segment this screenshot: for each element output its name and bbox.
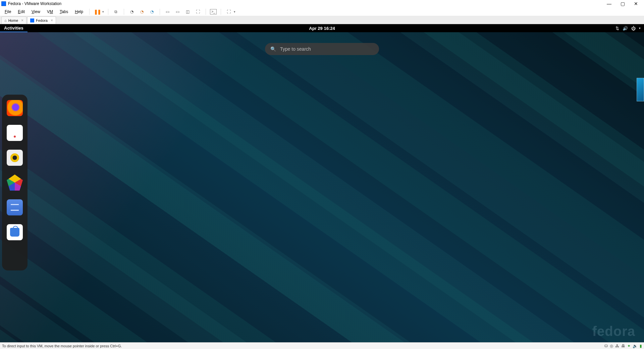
snapshot-button[interactable]: ◔ xyxy=(128,8,136,15)
power-dropdown-icon[interactable]: ▾ xyxy=(102,10,104,13)
view-fullscreen-exit-button[interactable]: ⛶ xyxy=(194,8,202,15)
stretch-button[interactable]: ⛶ xyxy=(225,8,232,15)
pause-vm-button[interactable]: ❚❚ xyxy=(94,8,101,15)
menu-vm[interactable]: VM xyxy=(45,9,55,15)
separator xyxy=(89,9,90,15)
tab-fedora-close[interactable]: × xyxy=(51,18,53,23)
maximize-button[interactable]: ▢ xyxy=(616,1,629,6)
usb-icon[interactable]: ✦ xyxy=(627,344,631,348)
hdd-icon[interactable]: ⛁ xyxy=(604,344,608,348)
window-titlebar: Fedora - VMware Workstation — ▢ ✕ xyxy=(0,0,644,7)
system-status-area[interactable]: ⇅ 🔊 ⏻ ▾ xyxy=(615,26,644,31)
desktop-wallpaper: fedora xyxy=(0,32,644,342)
dash-software[interactable] xyxy=(7,224,23,240)
chevron-down-icon[interactable]: ▾ xyxy=(639,27,641,30)
dash-rhythmbox[interactable] xyxy=(7,150,23,166)
separator xyxy=(160,9,160,15)
menu-file[interactable]: File xyxy=(3,9,13,15)
minimize-button[interactable]: — xyxy=(602,1,616,6)
search-icon: 🔍 xyxy=(270,46,276,52)
separator xyxy=(108,9,108,15)
status-message: To direct input to this VM, move the mou… xyxy=(2,344,604,348)
dash-files[interactable] xyxy=(7,199,23,215)
activities-button[interactable]: Activities xyxy=(0,24,28,32)
tab-fedora[interactable]: Fedora × xyxy=(27,16,56,24)
display-icon[interactable]: ▮ xyxy=(640,344,642,348)
dash-firefox[interactable] xyxy=(7,100,23,116)
separator xyxy=(221,9,221,15)
vmware-status-bar: To direct input to this VM, move the mou… xyxy=(0,342,644,349)
view-unity-button[interactable]: ◫ xyxy=(184,8,192,15)
console-button[interactable]: >_ xyxy=(210,9,217,14)
window-title: Fedora - VMware Workstation xyxy=(8,1,602,6)
vm-display[interactable]: Activities Apr 29 16:24 ⇅ 🔊 ⏻ ▾ fedora 🔍… xyxy=(0,24,644,342)
menu-tabs[interactable]: Tabs xyxy=(58,9,70,15)
dash-calendar[interactable] xyxy=(7,125,23,141)
menu-view[interactable]: View xyxy=(30,9,42,15)
tab-strip: ⌂ Home × Fedora × xyxy=(0,16,644,24)
device-status-icons: ⛁ ◎ 🖧 🖶 ✦ 🔉 ▮ xyxy=(604,344,642,348)
tab-home[interactable]: ⌂ Home × xyxy=(1,16,26,24)
activities-search[interactable]: 🔍 Type to search xyxy=(265,43,379,55)
vmware-icon xyxy=(1,1,6,6)
tab-fedora-label: Fedora xyxy=(36,18,48,22)
stretch-dropdown-icon[interactable]: ▾ xyxy=(234,10,235,13)
revert-snapshot-button[interactable]: ◔ xyxy=(138,8,146,15)
dash-show-apps[interactable] xyxy=(7,249,23,265)
manage-snapshots-button[interactable]: ◔ xyxy=(148,8,156,15)
view-single-button[interactable]: ▭ xyxy=(164,8,171,15)
activities-overlay xyxy=(0,32,644,342)
separator xyxy=(124,9,124,15)
view-tiled-button[interactable]: ▭ xyxy=(174,8,181,15)
home-icon: ⌂ xyxy=(4,18,7,22)
dash-darktable[interactable] xyxy=(7,174,23,191)
tab-home-close[interactable]: × xyxy=(21,18,23,23)
search-placeholder: Type to search xyxy=(280,46,311,52)
nic-icon[interactable]: 🖧 xyxy=(615,344,619,348)
workspace-thumbnail[interactable] xyxy=(637,78,644,101)
clock[interactable]: Apr 29 16:24 xyxy=(309,26,335,31)
gnome-top-bar: Activities Apr 29 16:24 ⇅ 🔊 ⏻ ▾ xyxy=(0,24,644,32)
printer-icon[interactable]: 🖶 xyxy=(621,344,625,348)
fedora-watermark: fedora xyxy=(592,324,635,339)
gnome-dash xyxy=(2,95,28,270)
volume-icon[interactable]: 🔊 xyxy=(623,26,628,31)
menu-help[interactable]: Help xyxy=(73,9,85,15)
tab-home-label: Home xyxy=(8,18,18,22)
sound-icon[interactable]: 🔉 xyxy=(633,344,638,348)
separator xyxy=(206,9,206,15)
menu-bar: File Edit View VM Tabs Help ❚❚ ▾ ⧉ ◔ ◔ ◔… xyxy=(0,7,644,16)
cd-icon[interactable]: ◎ xyxy=(610,344,613,348)
menu-edit[interactable]: Edit xyxy=(16,9,27,15)
send-ctrl-alt-del-button[interactable]: ⧉ xyxy=(112,8,120,15)
network-icon[interactable]: ⇅ xyxy=(615,26,619,31)
power-icon[interactable]: ⏻ xyxy=(631,26,636,31)
close-button[interactable]: ✕ xyxy=(629,1,643,6)
vm-tab-icon xyxy=(30,18,34,22)
